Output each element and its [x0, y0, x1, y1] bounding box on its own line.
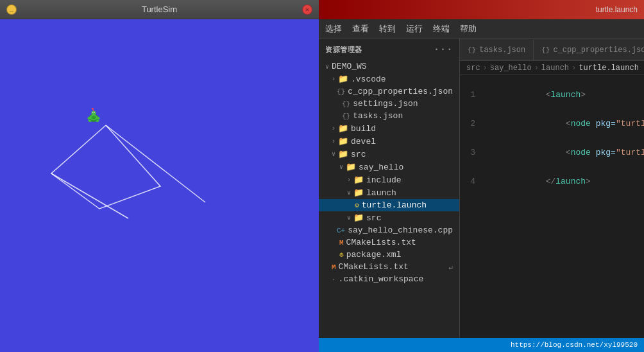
sidebar-menu-icon[interactable]: ···: [434, 44, 453, 55]
turtle-drawing: [0, 19, 319, 352]
tab-cpp-label: c_cpp_properties.json: [553, 46, 644, 55]
line-content-2: <node pkg="turtlesim" type=: [486, 109, 644, 138]
sidebar-item-turtle-launch[interactable]: ⚙ turtle.launch: [319, 199, 459, 211]
git-indicator: ↵: [448, 263, 453, 271]
turtlesim-canvas: [0, 19, 319, 352]
menu-view[interactable]: 查看: [352, 23, 369, 35]
sidebar-item-launch[interactable]: ∨ 📁 launch: [319, 186, 459, 199]
build-chevron-icon: ›: [332, 125, 335, 132]
svg-line-1: [51, 173, 128, 218]
xml-icon: ⚙: [339, 251, 344, 259]
menu-run[interactable]: 运行: [406, 23, 423, 35]
vscode-area: turtle.launch 选择 查看 转到 运行 终端 帮助 资源管理器 ··…: [319, 0, 644, 352]
sidebar-build-label: build: [351, 124, 376, 134]
tab-cpp-props[interactable]: {} c_cpp_properties.json: [534, 40, 644, 60]
sidebar-item-package-xml[interactable]: ⚙ package.xml: [319, 249, 459, 261]
sidebar-root[interactable]: ∨ DEMO_WS: [319, 60, 459, 73]
vscode-sidebar: 资源管理器 ··· ∨ DEMO_WS › 📁 .vscode {} c_cpp…: [319, 39, 460, 338]
devel-chevron-icon: ›: [332, 138, 335, 145]
sidebar-say-hello-label: say_hello: [359, 163, 403, 172]
editor-code: 1 <launch> 2 <node pkg="turtlesim" type=…: [460, 75, 644, 338]
vscode-chevron-icon: ›: [332, 76, 335, 83]
sidebar-item-settings[interactable]: {} settings.json: [319, 98, 459, 110]
folder-icon6: 📁: [353, 175, 364, 185]
sidebar-item-devel[interactable]: › 📁 devel: [319, 135, 459, 148]
sidebar-cmake2-label: CMakeLists.txt: [339, 262, 409, 272]
sidebar-item-cpp-props[interactable]: {} c_cpp_properties.json: [319, 85, 459, 98]
bracket2: >: [580, 90, 586, 100]
editor-breadcrumb: src › say_hello › launch › turtle.launch: [460, 61, 644, 75]
sidebar-item-cmake2[interactable]: M CMakeLists.txt ↵: [319, 261, 459, 273]
breadcrumb-sep2: ›: [534, 64, 539, 73]
sidebar-item-src-root[interactable]: ∨ 📁 src: [319, 148, 459, 161]
bracket5: </: [546, 177, 556, 186]
sidebar-devel-label: devel: [351, 137, 376, 146]
sidebar-item-build[interactable]: › 📁 build: [319, 122, 459, 135]
svg-point-4: [92, 116, 96, 119]
indent-code-2: [546, 119, 566, 128]
include-chevron-icon: ›: [347, 177, 351, 184]
vscode-statusbar: https://blog.csdn.net/xyl99520: [319, 338, 644, 352]
tab-cpp-icon: {}: [541, 46, 550, 54]
menu-help[interactable]: 帮助: [460, 23, 477, 35]
sidebar-item-catkin[interactable]: · .catkin_workspace: [319, 273, 459, 285]
attr-pkg: pkg=: [596, 119, 616, 128]
root-chevron-icon: ∨: [325, 63, 329, 71]
tag2: node: [571, 119, 596, 128]
vscode-menubar: 选择 查看 转到 运行 终端 帮助: [319, 19, 644, 39]
sidebar-item-cpp[interactable]: C+ say_hello_chinese.cpp: [319, 224, 459, 236]
json-icon: {}: [337, 88, 345, 96]
turtlesim-window: _ TurtleSim ✕: [0, 0, 319, 352]
statusbar-url: https://blog.csdn.net/xyl99520: [511, 341, 638, 349]
vscode-editor: {} tasks.json {} c_cpp_properties.json ⚙…: [460, 39, 644, 338]
sidebar-header: 资源管理器 ···: [319, 39, 459, 60]
vscode-topbar: turtle.launch: [319, 0, 644, 19]
bracket6: >: [586, 177, 591, 186]
breadcrumb-sep3: ›: [572, 64, 576, 73]
sidebar-tasks-label: tasks.json: [353, 111, 403, 121]
bracket4: <: [566, 148, 571, 157]
folder-icon8: 📁: [353, 213, 364, 223]
breadcrumb-launch: launch: [541, 64, 569, 73]
code-line-2: 2 <node pkg="turtlesim" type=: [460, 109, 644, 138]
editor-tabs: {} tasks.json {} c_cpp_properties.json ⚙…: [460, 39, 644, 61]
attr-pkg2: pkg=: [596, 148, 616, 157]
titlebar-close-buttons: ✕: [302, 4, 312, 15]
sidebar-item-src-inner[interactable]: ∨ 📁 src: [319, 211, 459, 224]
topbar-filename: turtle.launch: [596, 5, 638, 14]
sidebar-item-cmake1[interactable]: M CMakeLists.txt: [319, 236, 459, 249]
turtlesim-title: TurtleSim: [17, 4, 302, 14]
json-icon3: {}: [342, 112, 350, 120]
sidebar-item-vscode[interactable]: › 📁 .vscode: [319, 73, 459, 85]
cmake-icon2: M: [332, 263, 336, 271]
src-inner-chevron-icon: ∨: [347, 214, 351, 222]
sidebar-item-include[interactable]: › 📁 include: [319, 173, 459, 186]
menu-terminal[interactable]: 终端: [433, 23, 450, 35]
tab-tasks-label: tasks.json: [479, 46, 525, 55]
sidebar-package-label: package.xml: [346, 250, 402, 260]
sidebar-item-tasks[interactable]: {} tasks.json: [319, 110, 459, 122]
svg-line-0: [106, 125, 205, 202]
svg-point-9: [94, 112, 95, 113]
sidebar-cpp-label: c_cpp_properties.json: [348, 87, 453, 96]
folder-icon2: 📁: [338, 123, 348, 134]
json-icon2: {}: [342, 100, 350, 108]
sidebar-src-root-label: src: [351, 150, 366, 159]
breadcrumb-src: src: [466, 64, 480, 73]
close-button[interactable]: ✕: [302, 4, 312, 15]
sidebar-src-inner-label: src: [366, 213, 381, 223]
titlebar-buttons: _: [6, 4, 17, 15]
val-pkg: "turtlesim": [616, 119, 644, 128]
line-num-2: 2: [460, 119, 486, 128]
folder-icon5: 📁: [346, 162, 356, 172]
sidebar-cpp-file-label: say_hello_chinese.cpp: [348, 225, 453, 235]
menu-goto[interactable]: 转到: [379, 23, 396, 35]
sidebar-launch-label: launch: [366, 188, 396, 198]
menu-select[interactable]: 选择: [325, 23, 342, 35]
sidebar-cmake1-label: CMakeLists.txt: [346, 238, 416, 247]
sidebar-item-say-hello[interactable]: ∨ 📁 say_hello: [319, 161, 459, 173]
minimize-button[interactable]: _: [6, 4, 17, 15]
turtlesim-titlebar: _ TurtleSim ✕: [0, 0, 319, 19]
tab-tasks-json[interactable]: {} tasks.json: [460, 40, 534, 60]
svg-point-5: [92, 110, 96, 115]
